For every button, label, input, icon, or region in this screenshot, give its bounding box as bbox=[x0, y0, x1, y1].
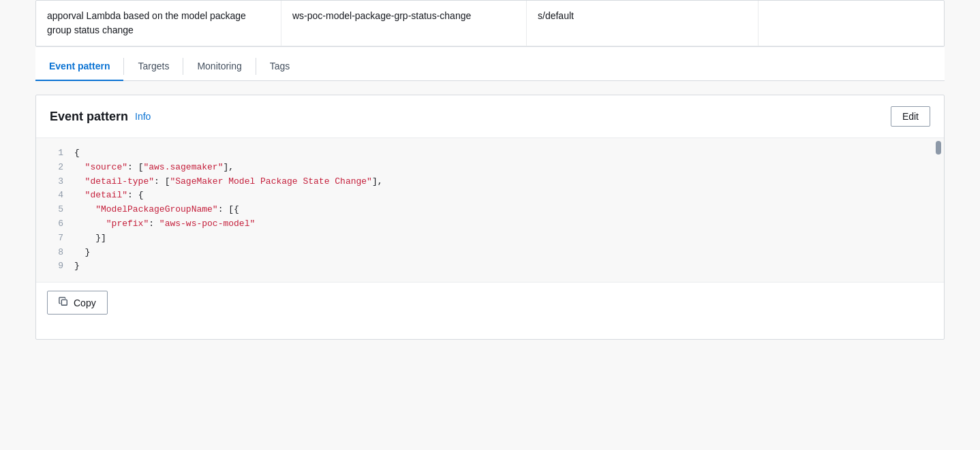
code-line-3: 3 "detail-type": ["SageMaker Model Packa… bbox=[36, 175, 944, 189]
table-cell-path: s/default bbox=[527, 1, 759, 46]
info-link[interactable]: Info bbox=[135, 111, 151, 122]
table-cell-name: ws-poc-model-package-grp-status-change bbox=[281, 1, 527, 46]
code-line-7: 7 }] bbox=[36, 231, 944, 246]
code-container: 1 { 2 "source": ["aws.sagemaker"], 3 "de… bbox=[36, 138, 944, 282]
event-pattern-card: Event pattern Info Edit 1 { 2 "source": … bbox=[35, 95, 945, 340]
copy-button-label: Copy bbox=[74, 298, 96, 308]
svg-rect-0 bbox=[61, 300, 67, 306]
line-number-1: 1 bbox=[47, 146, 63, 161]
page-wrapper: apporval Lambda based on the model packa… bbox=[0, 0, 980, 450]
card-title: Event pattern Info bbox=[50, 110, 151, 124]
line-number-2: 2 bbox=[47, 161, 63, 175]
tab-tags[interactable]: Tags bbox=[256, 52, 304, 81]
code-content-7: }] bbox=[74, 231, 106, 246]
table-cell-description: apporval Lambda based on the model packa… bbox=[36, 1, 281, 46]
code-line-8: 8 } bbox=[36, 246, 944, 260]
code-line-1: 1 { bbox=[36, 146, 944, 161]
code-content-9: } bbox=[74, 259, 80, 274]
line-number-3: 3 bbox=[47, 175, 63, 189]
tab-event-pattern[interactable]: Event pattern bbox=[35, 52, 123, 81]
line-number-4: 4 bbox=[47, 189, 63, 203]
tab-monitoring[interactable]: Monitoring bbox=[183, 52, 255, 81]
code-content-8: } bbox=[74, 246, 90, 260]
table-section: apporval Lambda based on the model packa… bbox=[35, 0, 945, 47]
card-title-text: Event pattern bbox=[50, 110, 128, 124]
line-number-9: 9 bbox=[47, 259, 63, 274]
card-header: Event pattern Info Edit bbox=[36, 95, 944, 138]
code-line-9: 9 } bbox=[36, 259, 944, 274]
line-number-8: 8 bbox=[47, 246, 63, 260]
line-number-6: 6 bbox=[47, 217, 63, 231]
line-number-5: 5 bbox=[47, 203, 63, 217]
line-number-7: 7 bbox=[47, 231, 63, 246]
code-line-2: 2 "source": ["aws.sagemaker"], bbox=[36, 161, 944, 175]
table-row: apporval Lambda based on the model packa… bbox=[36, 1, 944, 46]
scrollbar-indicator[interactable] bbox=[936, 141, 941, 155]
table-cell-extra bbox=[759, 1, 944, 46]
code-content-4: "detail": { bbox=[74, 189, 143, 203]
tabs-container: Event pattern Targets Monitoring Tags bbox=[35, 47, 945, 81]
tab-targets[interactable]: Targets bbox=[124, 52, 183, 81]
edit-button[interactable]: Edit bbox=[891, 106, 930, 127]
copy-icon bbox=[59, 297, 68, 308]
code-content-2: "source": ["aws.sagemaker"], bbox=[74, 161, 234, 175]
code-line-6: 6 "prefix": "aws-ws-poc-model" bbox=[36, 217, 944, 231]
code-content-3: "detail-type": ["SageMaker Model Package… bbox=[74, 175, 383, 189]
code-line-4: 4 "detail": { bbox=[36, 189, 944, 203]
code-content-5: "ModelPackageGroupName": [{ bbox=[74, 203, 239, 217]
divider-line bbox=[36, 282, 944, 283]
code-content-6: "prefix": "aws-ws-poc-model" bbox=[74, 217, 255, 231]
copy-button[interactable]: Copy bbox=[47, 291, 108, 315]
code-content-1: { bbox=[74, 146, 80, 161]
code-line-5: 5 "ModelPackageGroupName": [{ bbox=[36, 203, 944, 217]
